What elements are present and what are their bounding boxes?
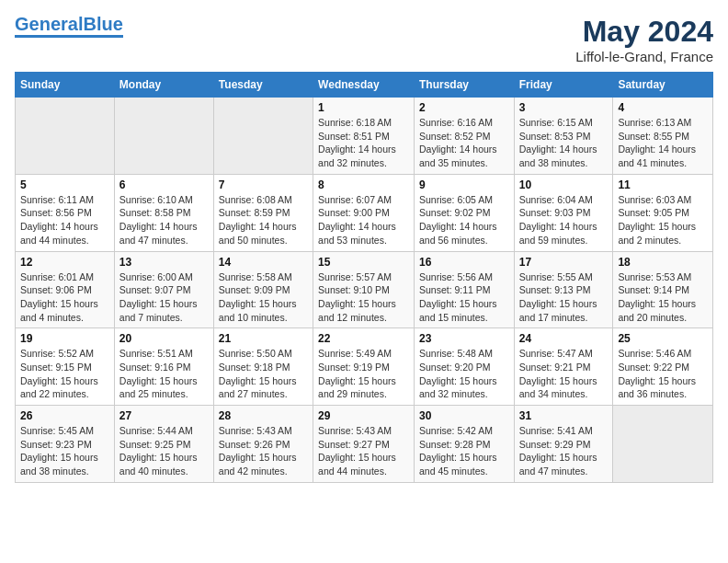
day-number: 21 bbox=[219, 332, 308, 345]
calendar-cell: 18Sunrise: 5:53 AMSunset: 9:14 PMDayligh… bbox=[613, 251, 713, 328]
col-header-tuesday: Tuesday bbox=[213, 73, 313, 98]
day-info: Sunrise: 6:10 AMSunset: 8:58 PMDaylight:… bbox=[119, 193, 209, 247]
calendar-cell: 10Sunrise: 6:04 AMSunset: 9:03 PMDayligh… bbox=[514, 174, 613, 251]
day-number: 28 bbox=[219, 409, 308, 422]
calendar-cell: 27Sunrise: 5:44 AMSunset: 9:25 PMDayligh… bbox=[114, 406, 213, 483]
day-number: 11 bbox=[618, 178, 708, 191]
calendar-cell: 26Sunrise: 5:45 AMSunset: 9:23 PMDayligh… bbox=[16, 406, 115, 483]
calendar-cell bbox=[213, 98, 313, 175]
day-number: 9 bbox=[419, 178, 509, 191]
calendar-cell: 1Sunrise: 6:18 AMSunset: 8:51 PMDaylight… bbox=[313, 98, 415, 175]
day-info: Sunrise: 5:53 AMSunset: 9:14 PMDaylight:… bbox=[618, 270, 708, 325]
calendar-cell: 24Sunrise: 5:47 AMSunset: 9:21 PMDayligh… bbox=[514, 328, 613, 406]
calendar-cell: 20Sunrise: 5:51 AMSunset: 9:16 PMDayligh… bbox=[114, 328, 213, 406]
day-number: 8 bbox=[318, 178, 409, 191]
week-row-1: 1Sunrise: 6:18 AMSunset: 8:51 PMDaylight… bbox=[16, 98, 713, 175]
day-info: Sunrise: 5:56 AMSunset: 9:11 PMDaylight:… bbox=[419, 270, 509, 325]
calendar-cell: 30Sunrise: 5:42 AMSunset: 9:28 PMDayligh… bbox=[414, 406, 514, 483]
page-header: GeneralBlue May 2024 Liffol-le-Grand, Fr… bbox=[15, 15, 713, 64]
calendar-cell: 4Sunrise: 6:13 AMSunset: 8:55 PMDaylight… bbox=[613, 98, 713, 175]
day-number: 16 bbox=[419, 256, 509, 269]
calendar-table: SundayMondayTuesdayWednesdayThursdayFrid… bbox=[15, 72, 713, 483]
calendar-cell: 8Sunrise: 6:07 AMSunset: 9:00 PMDaylight… bbox=[313, 174, 415, 251]
day-info: Sunrise: 5:57 AMSunset: 9:10 PMDaylight:… bbox=[318, 270, 409, 325]
day-number: 27 bbox=[119, 409, 209, 422]
logo-underline bbox=[15, 35, 123, 38]
day-number: 24 bbox=[519, 332, 609, 345]
col-header-saturday: Saturday bbox=[613, 73, 713, 98]
day-number: 26 bbox=[20, 409, 109, 422]
day-number: 30 bbox=[419, 409, 509, 422]
day-info: Sunrise: 5:58 AMSunset: 9:09 PMDaylight:… bbox=[219, 270, 308, 325]
day-number: 4 bbox=[618, 101, 708, 114]
day-info: Sunrise: 6:04 AMSunset: 9:03 PMDaylight:… bbox=[519, 193, 609, 247]
day-info: Sunrise: 6:18 AMSunset: 8:51 PMDaylight:… bbox=[318, 116, 409, 170]
day-number: 10 bbox=[519, 178, 609, 191]
day-info: Sunrise: 5:44 AMSunset: 9:25 PMDaylight:… bbox=[119, 424, 209, 478]
day-info: Sunrise: 6:11 AMSunset: 8:56 PMDaylight:… bbox=[20, 193, 109, 247]
day-number: 3 bbox=[519, 101, 609, 114]
col-header-monday: Monday bbox=[114, 73, 213, 98]
day-number: 2 bbox=[419, 101, 509, 114]
calendar-cell: 23Sunrise: 5:48 AMSunset: 9:20 PMDayligh… bbox=[414, 328, 514, 406]
day-info: Sunrise: 6:03 AMSunset: 9:05 PMDaylight:… bbox=[618, 193, 708, 247]
calendar-cell: 2Sunrise: 6:16 AMSunset: 8:52 PMDaylight… bbox=[414, 98, 514, 175]
day-number: 31 bbox=[519, 409, 609, 422]
calendar-cell: 3Sunrise: 6:15 AMSunset: 8:53 PMDaylight… bbox=[514, 98, 613, 175]
day-number: 18 bbox=[618, 256, 708, 269]
day-number: 14 bbox=[219, 256, 308, 269]
calendar-cell: 29Sunrise: 5:43 AMSunset: 9:27 PMDayligh… bbox=[313, 406, 415, 483]
day-number: 22 bbox=[318, 332, 409, 345]
day-info: Sunrise: 5:42 AMSunset: 9:28 PMDaylight:… bbox=[419, 424, 509, 478]
day-number: 5 bbox=[20, 178, 109, 191]
week-row-2: 5Sunrise: 6:11 AMSunset: 8:56 PMDaylight… bbox=[16, 174, 713, 251]
day-info: Sunrise: 5:49 AMSunset: 9:19 PMDaylight:… bbox=[318, 347, 409, 401]
day-number: 23 bbox=[419, 332, 509, 345]
month-year: May 2024 bbox=[575, 15, 713, 49]
day-number: 12 bbox=[20, 256, 109, 269]
title-block: May 2024 Liffol-le-Grand, France bbox=[575, 15, 713, 64]
day-info: Sunrise: 5:51 AMSunset: 9:16 PMDaylight:… bbox=[119, 347, 209, 401]
calendar-cell: 31Sunrise: 5:41 AMSunset: 9:29 PMDayligh… bbox=[514, 406, 613, 483]
week-row-4: 19Sunrise: 5:52 AMSunset: 9:15 PMDayligh… bbox=[16, 328, 713, 406]
day-info: Sunrise: 5:43 AMSunset: 9:27 PMDaylight:… bbox=[318, 424, 409, 478]
day-number: 20 bbox=[119, 332, 209, 345]
day-number: 13 bbox=[119, 256, 209, 269]
week-row-5: 26Sunrise: 5:45 AMSunset: 9:23 PMDayligh… bbox=[16, 406, 713, 483]
day-info: Sunrise: 5:47 AMSunset: 9:21 PMDaylight:… bbox=[519, 347, 609, 401]
day-info: Sunrise: 6:13 AMSunset: 8:55 PMDaylight:… bbox=[618, 116, 708, 170]
col-header-wednesday: Wednesday bbox=[313, 73, 415, 98]
day-info: Sunrise: 5:45 AMSunset: 9:23 PMDaylight:… bbox=[20, 424, 109, 478]
day-number: 7 bbox=[219, 178, 308, 191]
calendar-cell: 7Sunrise: 6:08 AMSunset: 8:59 PMDaylight… bbox=[213, 174, 313, 251]
day-info: Sunrise: 6:05 AMSunset: 9:02 PMDaylight:… bbox=[419, 193, 509, 247]
col-header-thursday: Thursday bbox=[414, 73, 514, 98]
day-info: Sunrise: 5:50 AMSunset: 9:18 PMDaylight:… bbox=[219, 347, 308, 401]
day-number: 6 bbox=[119, 178, 209, 191]
day-info: Sunrise: 5:55 AMSunset: 9:13 PMDaylight:… bbox=[519, 270, 609, 325]
calendar-cell: 28Sunrise: 5:43 AMSunset: 9:26 PMDayligh… bbox=[213, 406, 313, 483]
day-info: Sunrise: 5:52 AMSunset: 9:15 PMDaylight:… bbox=[20, 347, 109, 401]
day-info: Sunrise: 5:41 AMSunset: 9:29 PMDaylight:… bbox=[519, 424, 609, 478]
calendar-cell: 5Sunrise: 6:11 AMSunset: 8:56 PMDaylight… bbox=[16, 174, 115, 251]
col-header-friday: Friday bbox=[514, 73, 613, 98]
calendar-cell: 12Sunrise: 6:01 AMSunset: 9:06 PMDayligh… bbox=[16, 251, 115, 328]
day-number: 29 bbox=[318, 409, 409, 422]
calendar-cell: 16Sunrise: 5:56 AMSunset: 9:11 PMDayligh… bbox=[414, 251, 514, 328]
logo-part2: Blue bbox=[83, 14, 122, 34]
logo-text: GeneralBlue bbox=[15, 15, 123, 33]
day-info: Sunrise: 5:46 AMSunset: 9:22 PMDaylight:… bbox=[618, 347, 708, 401]
day-number: 19 bbox=[20, 332, 109, 345]
location: Liffol-le-Grand, France bbox=[575, 49, 713, 64]
day-number: 1 bbox=[318, 101, 409, 114]
day-info: Sunrise: 6:01 AMSunset: 9:06 PMDaylight:… bbox=[20, 270, 109, 325]
calendar-cell: 15Sunrise: 5:57 AMSunset: 9:10 PMDayligh… bbox=[313, 251, 415, 328]
logo: GeneralBlue bbox=[15, 15, 123, 38]
day-info: Sunrise: 6:00 AMSunset: 9:07 PMDaylight:… bbox=[119, 270, 209, 325]
calendar-cell bbox=[613, 406, 713, 483]
calendar-cell bbox=[16, 98, 115, 175]
calendar-cell: 13Sunrise: 6:00 AMSunset: 9:07 PMDayligh… bbox=[114, 251, 213, 328]
calendar-cell: 25Sunrise: 5:46 AMSunset: 9:22 PMDayligh… bbox=[613, 328, 713, 406]
calendar-cell: 9Sunrise: 6:05 AMSunset: 9:02 PMDaylight… bbox=[414, 174, 514, 251]
day-number: 25 bbox=[618, 332, 708, 345]
